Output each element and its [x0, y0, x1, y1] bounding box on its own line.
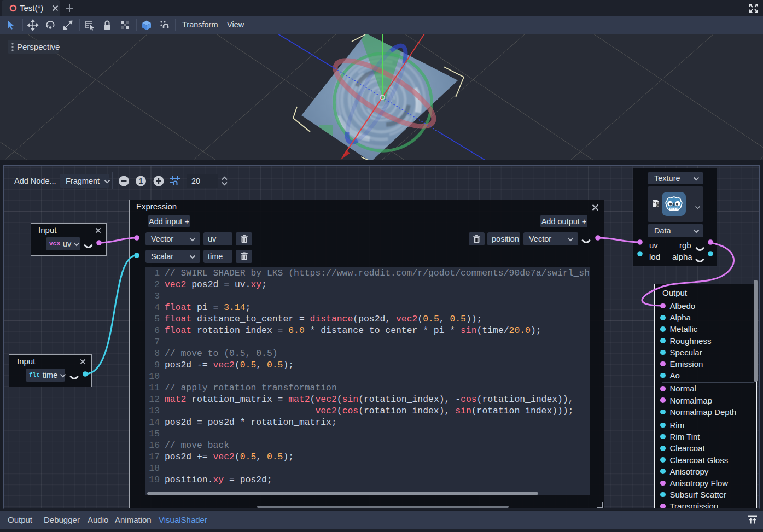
svg-text:Perspective: Perspective	[17, 42, 60, 51]
svg-text:1: 1	[139, 177, 143, 185]
